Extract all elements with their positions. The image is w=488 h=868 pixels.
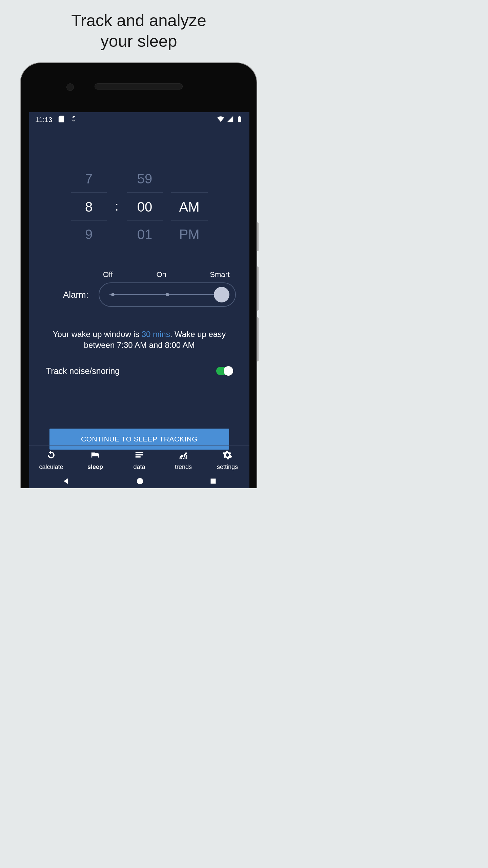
status-bar: 11:13 — [29, 112, 249, 126]
nav-trends[interactable]: trends — [161, 446, 205, 475]
nav-label: trends — [175, 463, 192, 471]
nav-label: calculate — [39, 463, 63, 471]
phone-speaker — [95, 83, 183, 90]
alarm-section: Off On Smart Alarm: — [29, 270, 249, 307]
back-icon[interactable] — [62, 477, 70, 487]
alarm-slider-thumb[interactable] — [214, 287, 229, 302]
nav-label: settings — [217, 463, 238, 471]
status-time: 11:13 — [35, 116, 52, 124]
hour-prev: 7 — [71, 165, 107, 193]
phone-side-button — [257, 267, 259, 311]
hour-selected: 8 — [71, 193, 107, 220]
ampm-selected: AM — [171, 193, 208, 220]
minute-next: 01 — [127, 220, 163, 248]
bars-icon — [134, 450, 144, 461]
nav-settings[interactable]: settings — [205, 446, 249, 475]
alarm-option-on: On — [156, 270, 166, 279]
time-colon: : — [115, 199, 119, 214]
page-title-line2: your sleep — [100, 32, 177, 50]
wake-window-info: Your wake up window is 30 mins. Wake up … — [29, 329, 249, 351]
chart-line-icon — [178, 450, 188, 461]
home-icon[interactable] — [136, 477, 144, 486]
phone-side-button — [257, 317, 259, 361]
nav-label: data — [133, 463, 145, 471]
hour-picker[interactable]: 7 8 9 — [71, 165, 107, 248]
wifi-icon — [217, 115, 224, 124]
alarm-option-labels: Off On Smart — [100, 270, 236, 279]
sd-card-icon — [58, 116, 64, 124]
phone-frame: 11:13 7 8 9 : 59 — [20, 62, 257, 488]
time-picker: 7 8 9 : 59 00 01 - AM PM — [29, 165, 249, 248]
minute-selected: 00 — [127, 193, 163, 220]
track-noise-toggle[interactable] — [216, 366, 232, 376]
alarm-label: Alarm: — [46, 290, 88, 300]
ampm-next: PM — [171, 220, 208, 248]
phone-camera — [66, 83, 74, 91]
ampm-picker[interactable]: - AM PM — [171, 165, 208, 248]
wake-window-duration[interactable]: 30 mins — [142, 330, 170, 339]
hour-next: 9 — [71, 220, 107, 248]
nav-sleep[interactable]: sleep — [73, 446, 117, 475]
bottom-nav: calculate sleep data trends settings — [29, 446, 249, 475]
refresh-icon — [46, 450, 56, 461]
minute-prev: 59 — [127, 165, 163, 193]
bed-icon — [90, 450, 100, 461]
alarm-option-off: Off — [103, 270, 113, 279]
gear-icon — [222, 450, 232, 461]
svg-point-0 — [137, 478, 143, 484]
recents-icon[interactable] — [210, 478, 217, 486]
strikethrough-s-icon — [70, 116, 77, 124]
track-noise-row: Track noise/snoring — [29, 366, 249, 376]
system-nav-bar — [29, 475, 249, 488]
phone-screen: 11:13 7 8 9 : 59 — [29, 112, 249, 488]
alarm-slider[interactable] — [99, 282, 236, 307]
minute-picker[interactable]: 59 00 01 — [127, 165, 163, 248]
phone-side-button — [257, 222, 259, 251]
nav-calculate[interactable]: calculate — [29, 446, 73, 475]
track-noise-label: Track noise/snoring — [46, 366, 120, 376]
alarm-option-smart: Smart — [210, 270, 230, 279]
page-title: Track and analyze your sleep — [0, 0, 278, 52]
nav-data[interactable]: data — [117, 446, 161, 475]
svg-rect-1 — [210, 479, 216, 484]
page-title-line1: Track and analyze — [71, 11, 206, 29]
nav-label: sleep — [87, 463, 103, 471]
cellular-icon — [226, 115, 234, 124]
battery-icon — [236, 115, 243, 124]
